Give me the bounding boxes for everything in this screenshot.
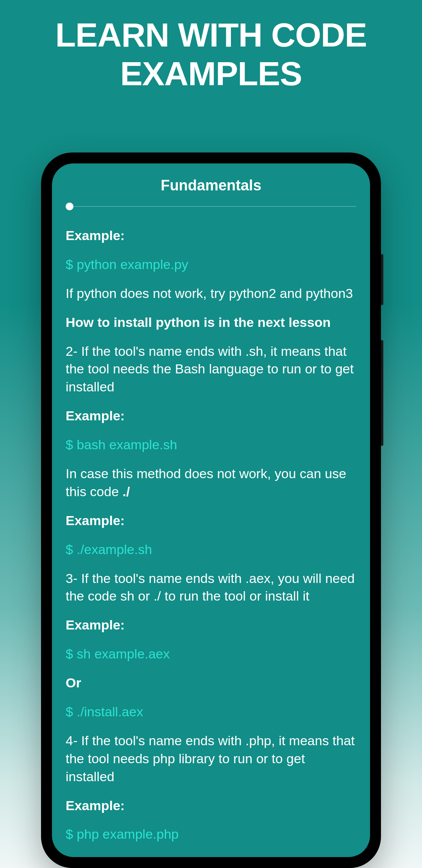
code-example: $ php example.php [66, 825, 356, 843]
progress-track [73, 206, 356, 207]
content-block: Example: [66, 616, 356, 634]
phone-frame: Fundamentals Example:$ python example.py… [41, 152, 381, 868]
code-example: $ ./example.sh [66, 541, 356, 559]
app-title: Fundamentals [66, 177, 356, 194]
content-block: Example: [66, 797, 356, 815]
promo-title: LEARN WITH CODE EXAMPLES [0, 0, 422, 93]
content-block: If python does not work, try python2 and… [66, 285, 356, 303]
code-example: $ python example.py [66, 256, 356, 274]
content-block: 4- If the tool's name ends with .php, it… [66, 732, 356, 786]
content-block: Example: [66, 512, 356, 530]
bold-part: ./ [123, 484, 130, 499]
content-block: 2- If the tool's name ends with .sh, it … [66, 343, 356, 396]
content-block: Example: [66, 407, 356, 425]
code-example: $ bash example.sh [66, 436, 356, 454]
progress-bar[interactable] [66, 203, 356, 210]
code-example: $ sh example.aex [66, 645, 356, 663]
content-block: Example: [66, 227, 356, 245]
code-example: $ ./install.aex [66, 703, 356, 721]
content-block: In case this method does not work, you c… [66, 465, 356, 501]
content-block: Or [66, 674, 356, 692]
phone-screen: Fundamentals Example:$ python example.py… [52, 163, 370, 857]
progress-thumb[interactable] [66, 203, 73, 210]
content-block: How to install python is in the next les… [66, 314, 356, 332]
content-block: 3- If the tool's name ends with .aex, yo… [66, 570, 356, 606]
lesson-content[interactable]: Example:$ python example.pyIf python doe… [66, 227, 356, 843]
text-part: In case this method does not work, you c… [66, 466, 346, 499]
